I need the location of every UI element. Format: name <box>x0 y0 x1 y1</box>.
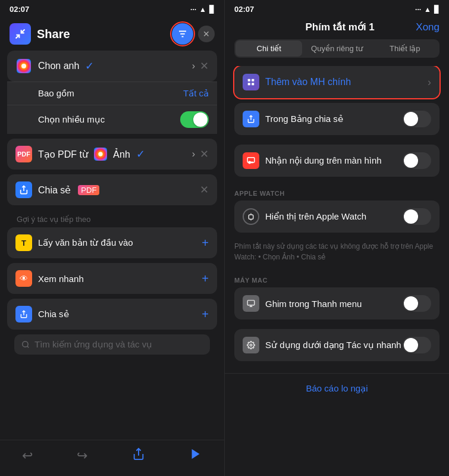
add-lay-van-ban[interactable]: + <box>202 236 209 250</box>
apple-watch-section: Hiển thị trên Apple Watch <box>225 201 449 233</box>
trong-bang-label: Trong Bảng chia sẻ <box>265 114 343 124</box>
svg-line-12 <box>27 346 29 348</box>
tao-pdf-check: ✓ <box>136 148 145 161</box>
action-chon-anh[interactable]: Chon anh ✓ › ✕ <box>7 51 217 82</box>
bao-gom-row[interactable]: Bao gồm Tất cả <box>7 82 217 105</box>
su-dung-toggle[interactable] <box>403 337 431 353</box>
chon-anh-icon <box>15 58 32 74</box>
time-left: 02:07 <box>10 5 29 14</box>
actions-list: Chon anh ✓ › ✕ Bao gồm Tất cả Chọn nhiều… <box>0 51 224 440</box>
share-toolbar-button[interactable] <box>132 447 145 464</box>
su-dung-label: Sử dụng dưới dạng Tác vụ nhanh <box>265 340 401 350</box>
nhan-noi-dung-toggle[interactable] <box>403 152 431 169</box>
chon-anh-remove[interactable]: ✕ <box>200 60 209 73</box>
chon-anh-label: Chon anh <box>38 61 79 71</box>
undo-button[interactable]: ↩ <box>22 448 33 464</box>
chia-se-label: Chia sẻ PDF <box>38 184 99 196</box>
tab-thiet-lap[interactable]: Thiết lập <box>372 40 438 57</box>
mac-section-header: MÁY MAC <box>225 268 449 287</box>
tao-pdf-icon: PDF <box>15 146 32 162</box>
status-bar-right: 02:07 ··· ▲ ▊ <box>225 0 449 18</box>
report-link[interactable]: Báo cáo lo ngại <box>225 373 449 403</box>
nhan-noi-dung-icon <box>243 152 259 169</box>
su-dung-duoi-dang-row[interactable]: Sử dụng dưới dạng Tác vụ nhanh <box>234 329 439 361</box>
search-bar[interactable]: Tìm kiếm ứng dụng và tác vụ <box>14 334 210 355</box>
svg-rect-22 <box>250 162 253 162</box>
search-placeholder: Tìm kiếm ứng dụng và tác vụ <box>34 339 152 350</box>
ghim-icon <box>243 295 259 312</box>
trong-bang-toggle[interactable] <box>403 111 431 127</box>
them-vao-icon <box>243 74 259 90</box>
svg-rect-15 <box>248 79 250 82</box>
them-vao-label: Thêm vào MH chính <box>265 77 351 87</box>
suggestion-xem-nhanh[interactable]: 👁 Xem nhanh + <box>7 263 217 294</box>
status-icons-left: ··· ▲ ▊ <box>190 5 215 14</box>
trong-bang-chia-se-row[interactable]: Trong Bảng chia sẻ <box>234 103 439 135</box>
xem-nhanh-label: Xem nhanh <box>38 274 84 284</box>
action-chia-se[interactable]: Chia sẻ PDF ✕ <box>7 174 217 205</box>
right-content: Thêm vào MH chính › Trong Bảng chia sẻ <box>225 66 449 476</box>
add-chia-se2[interactable]: + <box>202 308 209 321</box>
share-title: Share <box>37 27 70 41</box>
lay-van-ban-label: Lấy văn bản từ đầu vào <box>38 237 133 248</box>
close-button[interactable]: ✕ <box>198 26 215 42</box>
redo-button[interactable]: ↪ <box>77 448 87 464</box>
chia-se2-icon <box>15 306 32 322</box>
main-items-section: Thêm vào MH chính › Trong Bảng chia sẻ <box>225 66 449 177</box>
tao-pdf-remove[interactable]: ✕ <box>200 148 209 161</box>
apple-watch-label: Hiển thị trên Apple Watch <box>265 211 366 222</box>
svg-point-11 <box>23 342 28 347</box>
chon-nhieu-toggle[interactable] <box>180 111 209 128</box>
header-right-content: ✕ <box>172 23 215 45</box>
chon-nhieu-label: Chọn nhiều mục <box>38 114 105 125</box>
xem-nhanh-icon: 👁 <box>15 270 32 287</box>
apple-watch-toggle[interactable] <box>403 208 431 225</box>
ghim-toggle[interactable] <box>403 295 431 312</box>
right-header: Phím tắt mới 1 Xong <box>225 18 449 39</box>
watch-note: Phím tắt này sử dụng các tác vụ không đư… <box>225 237 449 268</box>
nhan-noi-dung-row[interactable]: Nhận nội dung trên màn hình <box>234 145 439 177</box>
trong-bang-icon <box>243 111 259 127</box>
svg-rect-23 <box>249 214 253 219</box>
svg-rect-26 <box>247 300 255 305</box>
suggestion-lay-van-ban[interactable]: T Lấy văn bản từ đầu vào + <box>7 227 217 258</box>
nhan-noi-dung-label: Nhận nội dung trên màn hình <box>265 155 382 166</box>
chon-anh-sub: Bao gồm Tất cả Chọn nhiều mục <box>7 82 217 134</box>
chon-nhieu-row[interactable]: Chọn nhiều mục <box>7 105 217 134</box>
left-panel: 02:07 ··· ▲ ▊ Share <box>0 0 224 476</box>
shortcut-title: Phím tắt mới 1 <box>305 21 374 33</box>
search-icon <box>21 340 30 349</box>
apple-watch-header: APPLE WATCH <box>225 181 449 201</box>
bottom-toolbar: ↩ ↪ <box>0 440 224 476</box>
chon-anh-chevron: › <box>192 61 195 71</box>
play-button[interactable] <box>189 447 202 464</box>
svg-rect-17 <box>248 83 250 85</box>
ghim-trong-thanh-menu-row[interactable]: Ghim trong Thanh menu <box>234 287 439 320</box>
svg-point-6 <box>21 64 26 68</box>
header-left: Share ✕ <box>0 18 224 51</box>
bao-gom-value: Tất cả <box>183 88 209 99</box>
add-xem-nhanh[interactable]: + <box>202 272 209 286</box>
svg-point-29 <box>250 344 252 346</box>
suggestion-chia-se[interactable]: Chia sẻ + <box>7 299 217 330</box>
apple-watch-icon <box>243 208 259 225</box>
tab-bar: Chi tiết Quyền riêng tư Thiết lập <box>234 39 439 58</box>
them-vao-mh-chinh-row[interactable]: Thêm vào MH chính › <box>234 66 439 98</box>
lay-van-ban-icon: T <box>15 234 32 251</box>
action-tao-pdf[interactable]: PDF Tạo PDF từ <box>7 139 217 170</box>
filter-button[interactable] <box>172 23 193 45</box>
tab-quyen-rieng-tu[interactable]: Quyền riêng tư <box>303 40 370 57</box>
chon-anh-check: ✓ <box>85 60 94 73</box>
hien-thi-apple-watch-row[interactable]: Hiển thị trên Apple Watch <box>234 201 439 233</box>
chia-se-icon <box>15 181 32 198</box>
time-right: 02:07 <box>234 5 254 14</box>
su-dung-icon <box>243 337 259 353</box>
svg-marker-14 <box>191 449 199 459</box>
done-button[interactable]: Xong <box>416 21 439 33</box>
suggestions-title: Gợi ý tác vụ tiếp theo <box>7 210 217 227</box>
tao-pdf-label: Tạo PDF từ <box>38 148 130 161</box>
share-app-icon <box>10 23 31 45</box>
tab-chi-tiet[interactable]: Chi tiết <box>236 40 302 57</box>
chia-se-remove[interactable]: ✕ <box>200 183 209 196</box>
header-left-content: Share <box>10 23 70 45</box>
